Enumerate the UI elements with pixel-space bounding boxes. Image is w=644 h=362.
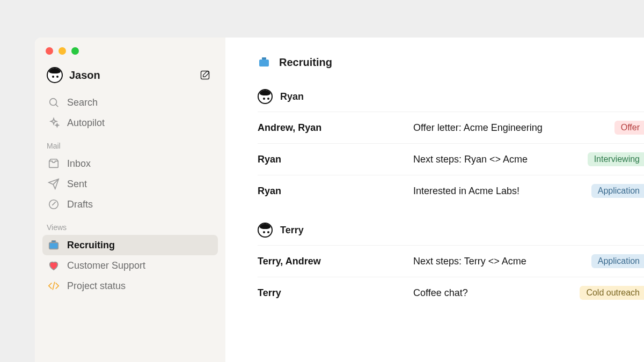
customer-support-label: Customer Support <box>67 260 145 271</box>
thread-participants: Andrew, Ryan <box>258 122 413 134</box>
account-row[interactable]: Jason <box>42 64 218 92</box>
thread-row[interactable]: Terry Coffee chat? Cold outreach <box>258 277 644 308</box>
thread-row[interactable]: Terry, Andrew Next steps: Terry <> Acme … <box>258 245 644 277</box>
thread-row[interactable]: Ryan Next steps: Ryan <> Acme Interviewi… <box>258 143 644 175</box>
svg-rect-6 <box>259 60 269 67</box>
window-close-button[interactable] <box>46 47 53 55</box>
briefcase-icon <box>258 56 270 69</box>
thread-group: Ryan Andrew, Ryan Offer letter: Acme Eng… <box>258 84 644 206</box>
search-icon <box>48 97 60 108</box>
autopilot-label: Autopilot <box>67 117 105 129</box>
briefcase-icon <box>48 239 60 251</box>
group-name: Ryan <box>280 91 304 102</box>
drafts-label: Drafts <box>67 199 93 210</box>
sidebar-item-recruiting[interactable]: Recruiting <box>42 235 218 255</box>
section-views-label: Views <box>42 215 218 235</box>
compose-button[interactable] <box>196 67 214 84</box>
compose-icon <box>200 70 210 80</box>
thread-subject: Coffee chat? <box>413 287 580 299</box>
contact-avatar <box>258 223 273 238</box>
status-badge: Application <box>591 254 644 268</box>
thread-group: Terry Terry, Andrew Next steps: Terry <>… <box>258 217 644 308</box>
thread-subject: Next steps: Ryan <> Acme <box>413 154 588 165</box>
thread-row[interactable]: Ryan Interested in Acme Labs! Applicatio… <box>258 175 644 206</box>
thread-participants: Terry, Andrew <box>258 256 413 267</box>
sent-label: Sent <box>67 179 87 190</box>
sidebar-item-project-status[interactable]: Project status <box>42 276 218 296</box>
sparkle-icon <box>48 117 60 129</box>
status-badge: Offer <box>614 121 644 135</box>
heart-icon <box>48 260 60 271</box>
group-header[interactable]: Terry <box>258 217 644 245</box>
svg-rect-5 <box>262 57 266 60</box>
autopilot-item[interactable]: Autopilot <box>42 113 218 133</box>
thread-subject: Next steps: Terry <> Acme <box>413 256 591 267</box>
user-avatar <box>47 67 63 83</box>
svg-point-1 <box>50 99 57 106</box>
thread-subject: Interested in Acme Labs! <box>413 186 591 197</box>
window-controls <box>42 45 218 64</box>
thread-participants: Terry <box>258 287 413 299</box>
main-panel: Recruiting Ryan Andrew, Ryan Offer lette… <box>225 38 644 362</box>
search-item[interactable]: Search <box>42 92 218 113</box>
app-window: Jason Search Autopilot Mail <box>35 38 644 362</box>
svg-rect-4 <box>49 242 58 249</box>
sidebar: Jason Search Autopilot Mail <box>35 38 225 362</box>
window-minimize-button[interactable] <box>58 47 66 55</box>
thread-participants: Ryan <box>258 186 413 197</box>
thread-participants: Ryan <box>258 154 413 165</box>
code-icon <box>48 280 60 292</box>
page-title: Recruiting <box>279 56 332 69</box>
sidebar-item-inbox[interactable]: Inbox <box>42 153 218 174</box>
sidebar-item-drafts[interactable]: Drafts <box>42 194 218 215</box>
contact-avatar <box>258 89 273 104</box>
group-header[interactable]: Ryan <box>258 84 644 112</box>
thread-row[interactable]: Andrew, Ryan Offer letter: Acme Engineer… <box>258 112 644 143</box>
thread-subject: Offer letter: Acme Engineering <box>413 122 614 134</box>
user-name: Jason <box>69 69 190 82</box>
group-name: Terry <box>280 225 304 236</box>
status-badge: Interviewing <box>588 152 644 166</box>
status-badge: Application <box>591 184 644 198</box>
search-label: Search <box>67 97 98 108</box>
section-mail-label: Mail <box>42 133 218 153</box>
recruiting-label: Recruiting <box>67 240 115 251</box>
project-status-label: Project status <box>67 280 126 292</box>
sidebar-item-sent[interactable]: Sent <box>42 174 218 194</box>
sidebar-item-customer-support[interactable]: Customer Support <box>42 255 218 276</box>
page-title-row: Recruiting <box>258 56 644 84</box>
status-badge: Cold outreach <box>580 286 644 300</box>
inbox-label: Inbox <box>67 158 91 169</box>
window-fullscreen-button[interactable] <box>71 47 79 55</box>
sent-icon <box>48 178 60 190</box>
inbox-icon <box>48 158 60 169</box>
drafts-icon <box>48 198 60 210</box>
